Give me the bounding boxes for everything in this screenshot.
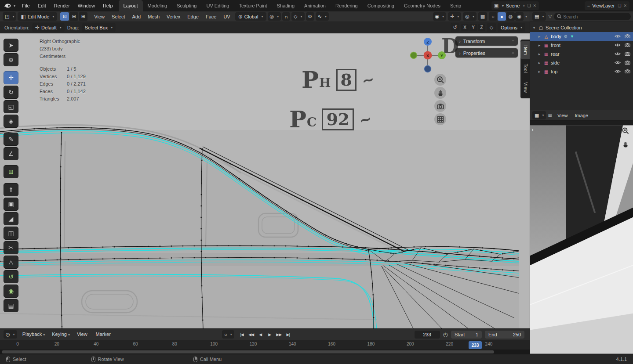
workspace-tab[interactable]: Rendering: [331, 0, 363, 11]
disable-in-renders-toggle[interactable]: [625, 34, 630, 39]
topbar-menu[interactable]: Window: [74, 0, 99, 11]
editor-type-button[interactable]: ◳▾: [3, 12, 16, 21]
play-button[interactable]: ▶: [266, 331, 274, 339]
pan-icon[interactable]: [622, 141, 629, 149]
annotate-tool[interactable]: ✎: [4, 133, 18, 146]
topbar-menu[interactable]: Help: [99, 0, 117, 11]
expand-icon[interactable]: ▸: [537, 61, 542, 65]
current-frame-field[interactable]: 233: [415, 331, 440, 339]
axis-toggle[interactable]: Y: [469, 24, 477, 31]
viewport-menu[interactable]: Edge: [184, 11, 202, 22]
snap-toggle[interactable]: ∩: [282, 12, 290, 21]
sidebar-panel-header[interactable]: › Properties ≡: [455, 48, 518, 58]
sidebar-tab[interactable]: View: [520, 78, 530, 97]
disable-in-renders-toggle[interactable]: [625, 69, 630, 74]
expand-icon[interactable]: ▸: [537, 34, 542, 39]
viewport-menu[interactable]: Vertex: [163, 11, 184, 22]
wireframe-shading-button[interactable]: ○: [489, 12, 497, 21]
pin-icon[interactable]: ⌖: [523, 4, 525, 8]
scene-collection-row[interactable]: ▾ ▢ Scene Collection: [530, 23, 633, 32]
scale-tool[interactable]: ◱: [4, 100, 18, 113]
search-input[interactable]: [563, 14, 628, 19]
pivot-point-selector[interactable]: ◎▾: [268, 12, 281, 21]
inset-tool[interactable]: ▣: [4, 198, 18, 211]
hide-in-viewport-toggle[interactable]: [615, 69, 621, 74]
hide-in-viewport-toggle[interactable]: [615, 34, 621, 39]
viewport-menu[interactable]: View: [91, 11, 108, 22]
orientation-dropdown[interactable]: ✛Default▾: [32, 23, 65, 32]
start-frame-field[interactable]: Start1: [451, 331, 482, 339]
pan-button[interactable]: [434, 87, 446, 99]
camera-view-button[interactable]: [434, 100, 446, 112]
workspace-tab[interactable]: UV Editing: [201, 0, 234, 11]
spin-tool[interactable]: ↺: [4, 270, 18, 283]
editor-type-button[interactable]: ▤▾: [532, 12, 546, 21]
disable-in-renders-toggle[interactable]: [625, 60, 630, 65]
body[interactable]: ▸ △ ▦ body ⚙ ▼: [530, 32, 633, 41]
prev-keyframe-button[interactable]: ◀◀: [247, 331, 255, 339]
rendered-shading-button[interactable]: ◉: [515, 12, 524, 21]
workspace-tab[interactable]: Texture Paint: [234, 0, 272, 11]
filter-icon[interactable]: ▽: [548, 14, 552, 19]
edge-select-button[interactable]: ⊟: [69, 12, 78, 21]
workspace-tab[interactable]: Geometry Nodes: [399, 0, 445, 11]
topbar-menu[interactable]: Edit: [34, 0, 50, 11]
timeline-menu[interactable]: Keying▾: [48, 329, 73, 340]
top[interactable]: ▸ △ ▦ top ⚙ ▼: [530, 67, 633, 76]
new-viewlayer-icon[interactable]: ❏: [618, 4, 621, 8]
mirror-icon[interactable]: ↺: [451, 23, 459, 32]
overlays-dropdown[interactable]: ◎▾: [463, 12, 477, 21]
viewport-menu[interactable]: Face: [202, 11, 220, 22]
add-cube-tool[interactable]: ⊞: [4, 165, 18, 178]
autokey-toggle[interactable]: ○▾: [222, 330, 234, 339]
axis-toggle[interactable]: X: [461, 24, 469, 31]
topbar-menu[interactable]: File: [18, 0, 34, 11]
workspace-tab[interactable]: Shading: [272, 0, 299, 11]
face-select-button[interactable]: ⊞: [79, 12, 87, 21]
xray-toggle[interactable]: ▩: [478, 12, 487, 21]
blender-menu-button[interactable]: ▾: [0, 3, 18, 9]
zoom-icon[interactable]: [622, 127, 629, 136]
modifier-icon[interactable]: ⚙: [564, 34, 568, 39]
viewport-3d[interactable]: PH8~ PC92~ D ➤⊕✛↻◱◈✎∠⊞⇑▣◢◫✂△↺◉▤ Right Or…: [0, 33, 530, 328]
outliner-search[interactable]: [554, 13, 631, 20]
axis-toggle[interactable]: Z: [478, 24, 485, 31]
scrollbar-thumb[interactable]: [2, 350, 494, 353]
collapse-icon[interactable]: ▾: [532, 25, 536, 30]
workspace-tab[interactable]: Layout: [119, 0, 143, 11]
workspace-tab[interactable]: Sculpting: [172, 0, 201, 11]
options-dropdown[interactable]: Options▾: [498, 23, 525, 32]
viewport-menu[interactable]: UV: [220, 11, 233, 22]
loop-cut-tool[interactable]: ◫: [4, 227, 18, 240]
transform-orientation-selector[interactable]: ⊕Global▾: [235, 12, 266, 21]
workspace-tab[interactable]: Compositing: [363, 0, 399, 11]
gizmos-dropdown[interactable]: ✛▾: [448, 12, 461, 21]
side[interactable]: ▸ △ ▦ side ⚙ ▼: [530, 58, 633, 67]
end-frame-field[interactable]: End250: [485, 331, 524, 339]
viewlayer-selector[interactable]: ≡ ViewLayer ❏ ✕: [585, 1, 629, 10]
extrude-tool[interactable]: ⇑: [4, 183, 18, 196]
hide-in-viewport-toggle[interactable]: [615, 60, 621, 65]
scene-selector[interactable]: ▣ ▾ Scene ⌖ ❏ ✕: [491, 1, 539, 10]
viewport-menu[interactable]: Add: [129, 11, 145, 22]
region-expand-icon[interactable]: ›: [531, 126, 534, 133]
new-scene-icon[interactable]: ❏: [527, 4, 531, 8]
snap-base-icon[interactable]: ◇: [487, 23, 496, 32]
image-editor-menu[interactable]: Image: [571, 110, 592, 121]
navigation-gizmo[interactable]: Z X Y: [409, 37, 447, 76]
editor-type-button[interactable]: ◷▾: [4, 330, 17, 339]
workspace-tab[interactable]: Modeling: [143, 0, 172, 11]
timeline-menu[interactable]: Playback▾: [19, 329, 49, 340]
knife-tool[interactable]: ✂: [4, 241, 18, 254]
timeline-menu[interactable]: View: [73, 329, 92, 340]
timeline-playhead[interactable]: 233: [469, 341, 482, 349]
sidebar-tab[interactable]: Tool: [520, 60, 530, 77]
proportional-falloff-dropdown[interactable]: ∿▾: [316, 12, 329, 21]
disable-in-renders-toggle[interactable]: [625, 51, 630, 57]
close-icon[interactable]: ✕: [533, 4, 536, 8]
expand-icon[interactable]: ▸: [537, 69, 542, 74]
editor-type-button[interactable]: ▦▾: [532, 111, 546, 119]
smooth-tool[interactable]: ◉: [4, 285, 18, 298]
timeline-menu[interactable]: Marker: [92, 329, 116, 340]
mesh-data-icon[interactable]: ▼: [570, 34, 574, 39]
